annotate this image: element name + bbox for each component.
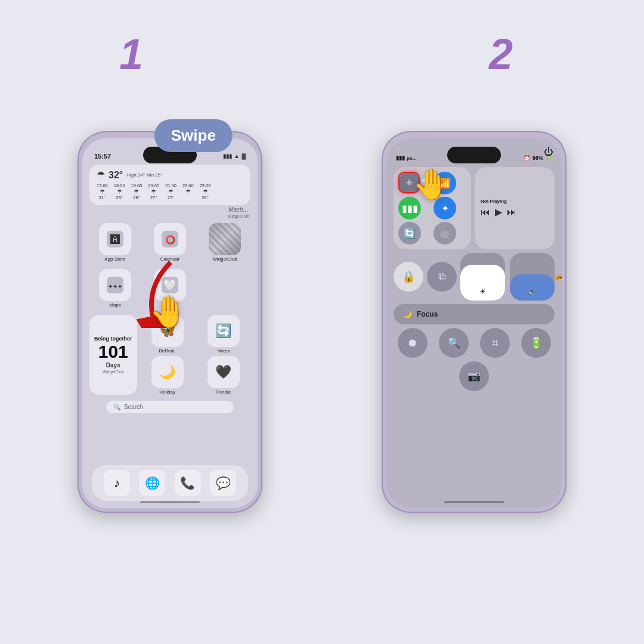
holiday-icon: 🌙 — [151, 356, 184, 388]
phone2-screen-outer: ⏻ ▮▮▮ po... ⏰ 96% 🔋 — [386, 138, 562, 508]
being-text: Being together — [94, 336, 132, 342]
p1-status-icons: ▮▮▮ ▲ ▓ — [223, 153, 246, 159]
phone2-wrapper: ⏻ ▮▮▮ po... ⏰ 96% 🔋 — [382, 131, 566, 513]
volume-slider[interactable]: 🔈 — [510, 253, 555, 301]
weather-widget[interactable]: ☂ 32° High:34° Min:25° 17:00 ☂ 31° — [89, 165, 250, 205]
play-btn[interactable]: ▶ — [495, 206, 502, 218]
appstore-app[interactable]: 🅰 App Store — [89, 223, 141, 262]
being-days: Days — [106, 362, 120, 369]
focus-label: Focus — [417, 310, 438, 318]
maps-label: Maps — [109, 302, 121, 308]
foodie-app[interactable]: 🖤 Foodie — [197, 356, 250, 395]
phone2-content: ⏻ ▮▮▮ po... ⏰ 96% 🔋 — [386, 138, 562, 508]
hour-18: 18:00 ☂ 29° — [114, 183, 125, 200]
search-bar[interactable]: 🔍 Search — [106, 401, 234, 413]
home-bar-2 — [444, 501, 504, 503]
being-sublabel: WidgetClub — [103, 370, 124, 374]
being-number: 101 — [98, 342, 128, 362]
hour-23: 23:00 ☂ 26° — [200, 183, 211, 200]
music-dock-icon[interactable]: ♪ — [104, 470, 130, 496]
holiday-app[interactable]: 🌙 Holiday — [141, 356, 194, 395]
home-bar-1 — [140, 501, 200, 503]
svg-text:✦✦✦: ✦✦✦ — [108, 283, 122, 290]
foodie-label: Foodie — [216, 389, 231, 395]
h17-icon: ☂ — [97, 188, 108, 195]
safari-dock-icon[interactable]: 🌐 — [139, 470, 165, 496]
hand-cursor-2: 🤚 — [413, 167, 450, 202]
search-icon: 🔍 — [113, 404, 120, 410]
h19-time: 19:00 — [131, 183, 143, 188]
messages-dock-icon[interactable]: 💬 — [210, 470, 236, 496]
calculator-btn[interactable]: ⌗ — [480, 328, 510, 358]
h23-temp: 26° — [200, 195, 211, 200]
dock: ♪ 🌐 📞 💬 — [92, 465, 248, 501]
phone1-wrapper: Swipe 15:57 ▮▮▮ ▲ ▓ — [78, 131, 262, 513]
record-btn[interactable]: ⏺ — [398, 328, 428, 358]
battery-btn[interactable]: 🔋 — [521, 328, 551, 358]
widgetclub-label: WidgetClub — [212, 256, 237, 262]
camera-row: 📷 — [394, 361, 555, 391]
sliders-container: ☀ 🔈 📻 — [460, 253, 555, 301]
magnify-btn[interactable]: 🔍 — [439, 328, 469, 358]
bereal-label: BeReal. — [159, 348, 175, 354]
maps-icon: ✦✦✦ — [99, 269, 131, 301]
cc-mid-row: 🔒 ⧉ ☀ 🔈 — [394, 253, 555, 301]
notes-app[interactable]: 🔄 Notes — [197, 315, 250, 354]
focus-moon-icon: 🌙 — [403, 310, 412, 318]
maps-app[interactable]: ✦✦✦ Maps — [89, 269, 141, 308]
step1-label: 1 — [119, 30, 143, 79]
rotation-lock-btn[interactable]: 🔒 — [394, 262, 423, 292]
h18-icon: ☂ — [114, 188, 125, 195]
phone-dock-icon[interactable]: 📞 — [175, 470, 201, 496]
main-container: 1 2 Swipe 15:57 ▮▮▮ ▲ — [0, 0, 644, 644]
being-together-widget[interactable]: Being together 101 Days WidgetClub — [89, 315, 137, 395]
phone2: ⏻ ▮▮▮ po... ⏰ 96% 🔋 — [382, 131, 566, 513]
airdrop-btn[interactable]: 🔄 — [398, 222, 421, 244]
p1-signal-icon: ▮▮▮ — [223, 153, 232, 159]
h18-time: 18:00 — [114, 183, 125, 188]
calendar-app[interactable]: ⭕ Calendar — [144, 223, 196, 262]
notes-icon: 🔄 — [208, 315, 240, 347]
weather-hours: 17:00 ☂ 31° 18:00 ☂ 29° 19:00 — [97, 183, 243, 200]
calendar-icon: ⭕ — [154, 223, 186, 255]
holiday-label: Holiday — [159, 389, 175, 395]
phone1-screen: 15:57 ▮▮▮ ▲ ▓ ☂ 32° High:3 — [82, 138, 258, 508]
appstore-label: App Store — [104, 256, 126, 262]
next-btn[interactable]: ⏭ — [507, 207, 516, 218]
h19-temp: 28° — [131, 195, 143, 200]
weather-icon: ☂ — [97, 169, 105, 181]
prev-btn[interactable]: ⏮ — [481, 207, 490, 218]
weather-highlow: High:34° Min:25° — [126, 172, 162, 178]
widgetclub-app[interactable]: WidgetClub — [199, 223, 250, 262]
h21-icon: ☂ — [165, 188, 177, 195]
hour-20: 20:00 ☂ 27° — [148, 183, 159, 200]
h22-time: 22:00 — [182, 183, 194, 188]
widgetclub-photo-widget — [209, 223, 241, 255]
screen-mirror-btn[interactable]: ⧉ — [427, 262, 457, 292]
p2-signal-bars: ▮▮▮ — [396, 155, 405, 161]
weather-details: High:34° Min:25° — [126, 172, 162, 178]
weather-top: ☂ 32° High:34° Min:25° — [97, 169, 243, 181]
p2-alarm-icon: ⏰ — [524, 155, 530, 161]
swipe-bubble: Swipe — [154, 119, 233, 152]
hand-cursor-1: 🤚 — [149, 293, 188, 330]
media-title: Not Playing — [481, 199, 549, 204]
phone1: 15:57 ▮▮▮ ▲ ▓ ☂ 32° High:3 — [78, 131, 262, 513]
brightness-slider[interactable]: ☀ — [460, 253, 505, 301]
hour-21: 21:00 ☂ 27° — [165, 183, 177, 200]
appstore-icon: 🅰 — [99, 223, 131, 255]
camera-btn[interactable]: 📷 — [459, 361, 489, 391]
hotspot-btn[interactable]: ◎ — [434, 222, 456, 244]
h23-icon: ☂ — [200, 188, 211, 195]
h18-temp: 29° — [114, 195, 125, 200]
p2-signal-label: po... — [407, 156, 416, 161]
h20-time: 20:00 — [148, 183, 159, 188]
volume-icon: 🔈 — [528, 287, 537, 296]
step2-label: 2 — [489, 30, 513, 79]
hour-19: 19:00 ☂ 28° — [131, 183, 143, 200]
h22-icon: ☂ — [182, 188, 194, 195]
focus-row[interactable]: 🌙 Focus — [394, 304, 555, 324]
widgetclub-strip: WidgetClub — [82, 214, 258, 218]
h23-time: 23:00 — [200, 183, 211, 188]
hour-22: 22:00 ☂ — [182, 183, 194, 200]
